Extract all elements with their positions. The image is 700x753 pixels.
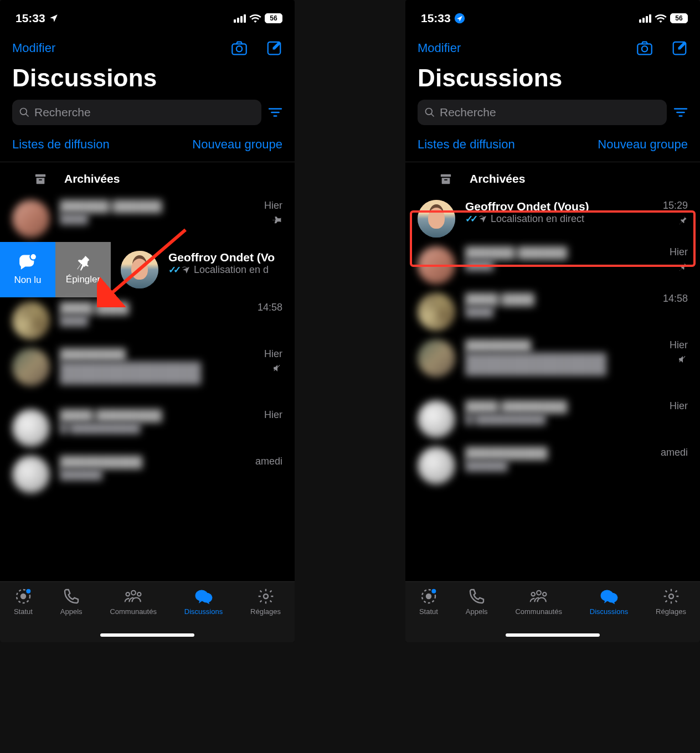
mute-icon: [678, 354, 688, 364]
archived-row[interactable]: Archivées: [405, 162, 700, 195]
home-indicator[interactable]: [506, 633, 600, 637]
search-placeholder: Recherche: [34, 106, 91, 119]
svg-point-21: [426, 109, 433, 115]
svg-point-32: [669, 594, 673, 599]
chat-preview: ████: [60, 213, 254, 225]
battery-icon: 56: [265, 13, 282, 23]
chat-name: ██████ ██████: [60, 200, 254, 213]
chat-name: Geoffroy Ondet (Vous): [465, 200, 653, 213]
svg-point-25: [426, 594, 431, 599]
pin-icon: [272, 215, 282, 225]
broadcast-lists-link[interactable]: Listes de diffusion: [418, 137, 515, 152]
tab-communities[interactable]: Communautés: [110, 587, 157, 616]
avatar: [418, 339, 455, 377]
pin-icon: [678, 215, 688, 225]
gear-icon: [257, 587, 275, 605]
tab-settings[interactable]: Réglages: [250, 587, 281, 616]
chat-row-geoffroy-pinned[interactable]: Geoffroy Ondet (Vous) ✓✓ Localisation en…: [405, 195, 700, 242]
svg-point-6: [30, 254, 37, 260]
tab-discussions[interactable]: Discussions: [184, 587, 223, 616]
filter-icon[interactable]: [673, 107, 688, 118]
wifi-icon: [655, 14, 667, 23]
filter-icon[interactable]: [268, 107, 282, 118]
tab-calls[interactable]: Appels: [60, 587, 83, 616]
chat-time: Hier: [264, 409, 282, 421]
tab-calls[interactable]: Appels: [466, 587, 488, 616]
status-icon: [420, 587, 437, 605]
svg-rect-23: [444, 179, 447, 180]
avatar: [12, 456, 50, 493]
chat-row[interactable]: ████ ████████ 14:58: [405, 288, 700, 335]
swipe-unread-button[interactable]: Non lu: [0, 242, 55, 297]
page-title: Discussions: [405, 59, 700, 100]
svg-point-29: [543, 592, 546, 596]
archive-icon: [34, 173, 47, 184]
phone-right: 15:33 56 Modifier Discussions Recherche …: [405, 0, 700, 642]
edit-button[interactable]: Modifier: [12, 41, 55, 55]
status-bar: 15:33 56: [0, 0, 295, 30]
chat-row[interactable]: ██████ ██████████ Hier: [405, 242, 700, 288]
chat-time: 14:58: [663, 293, 688, 305]
archived-label: Archivées: [470, 172, 525, 185]
search-placeholder: Recherche: [440, 106, 496, 119]
svg-point-9: [21, 594, 25, 599]
discussions-icon: [194, 587, 214, 605]
chat-time: 14:58: [258, 302, 282, 313]
svg-point-1: [236, 46, 242, 51]
tab-communities[interactable]: Communautés: [515, 587, 562, 616]
avatar: [12, 200, 50, 238]
chat-row[interactable]: ████ █████████ ██████████ Hier: [0, 405, 295, 451]
camera-icon[interactable]: [636, 40, 653, 56]
chat-row[interactable]: ████████████████ amedi: [0, 451, 295, 498]
archived-row[interactable]: Archivées: [0, 162, 295, 195]
swipe-pin-label: Épingler: [66, 274, 100, 285]
search-input[interactable]: Recherche: [12, 100, 261, 125]
svg-point-13: [137, 592, 141, 596]
chat-row[interactable]: ████ ████████ 14:58: [0, 297, 295, 344]
svg-point-16: [264, 594, 268, 599]
chat-row[interactable]: ████████████████████████████████████████…: [405, 335, 700, 396]
tab-settings[interactable]: Réglages: [656, 587, 686, 616]
avatar: [418, 246, 455, 284]
chat-time: Hier: [264, 200, 282, 212]
discussions-icon: [599, 587, 619, 605]
svg-point-3: [20, 109, 27, 115]
new-group-link[interactable]: Nouveau groupe: [598, 137, 688, 152]
svg-point-10: [26, 589, 30, 594]
swipe-pin-button[interactable]: Épingler: [55, 242, 111, 297]
avatar: [418, 447, 455, 484]
home-indicator[interactable]: [100, 633, 194, 637]
chat-time: amedi: [255, 456, 282, 467]
tab-status[interactable]: Statut: [14, 587, 33, 616]
chat-bubble-icon: [18, 254, 38, 271]
chat-row-geoffroy[interactable]: Geoffroy Ondet (Vo ✓✓ Localisation en d: [111, 246, 295, 293]
chat-row[interactable]: ████████████████████████████████████████…: [0, 344, 295, 405]
archive-icon: [440, 173, 452, 184]
gear-icon: [662, 587, 680, 605]
swipe-unread-label: Non lu: [14, 275, 41, 286]
edit-button[interactable]: Modifier: [418, 41, 461, 55]
avatar-geoffroy: [418, 200, 455, 238]
chat-row[interactable]: ████████████████ amedi: [405, 442, 700, 489]
chat-time: Hier: [264, 348, 282, 360]
chat-time: Hier: [670, 246, 688, 258]
compose-icon[interactable]: [266, 40, 282, 56]
communities-icon: [123, 587, 143, 605]
read-receipt-icon: ✓✓: [465, 213, 475, 225]
pin-icon: [75, 254, 91, 271]
location-live-icon: [478, 215, 487, 224]
tab-status[interactable]: Statut: [419, 587, 438, 616]
location-arrow-icon: [454, 13, 465, 24]
new-group-link[interactable]: Nouveau groupe: [192, 137, 282, 152]
avatar: [12, 348, 50, 386]
swiped-chat-row: Non lu Épingler Geoffroy Ondet (Vo ✓✓ Lo…: [0, 242, 295, 297]
broadcast-lists-link[interactable]: Listes de diffusion: [12, 137, 110, 152]
search-input[interactable]: Recherche: [418, 100, 667, 125]
chat-row[interactable]: ████ █████████ ██████████ Hier: [405, 396, 700, 442]
svg-rect-5: [39, 179, 42, 180]
tab-discussions[interactable]: Discussions: [590, 587, 628, 616]
chat-row[interactable]: ██████ ██████ ████ Hier: [0, 195, 295, 242]
compose-icon[interactable]: [671, 40, 688, 56]
avatar: [12, 409, 50, 447]
camera-icon[interactable]: [230, 40, 248, 56]
